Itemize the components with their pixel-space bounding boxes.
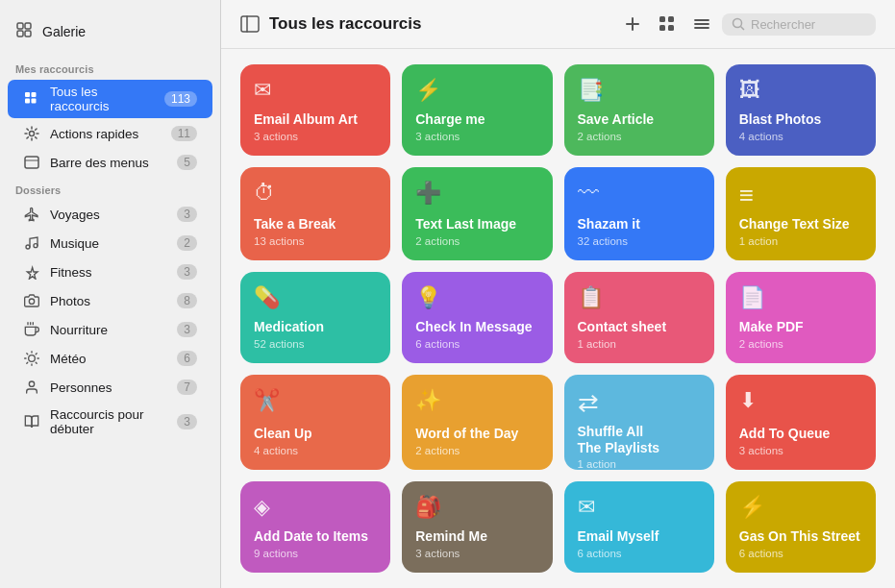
svg-point-8 bbox=[30, 132, 35, 136]
main-content: Tous les raccourcis bbox=[221, 0, 895, 588]
card-icon: 💡 bbox=[415, 285, 538, 310]
shortcut-card[interactable]: ✂️ Clean Up 4 actions bbox=[240, 375, 390, 470]
musique-count: 2 bbox=[177, 235, 197, 251]
shortcut-card[interactable]: 💊 Medication 52 actions bbox=[240, 272, 390, 363]
svg-point-11 bbox=[26, 245, 30, 249]
card-icon: ✉ bbox=[578, 495, 701, 520]
svg-rect-9 bbox=[25, 157, 38, 168]
grid-icon bbox=[23, 90, 40, 108]
card-actions-count: 1 action bbox=[578, 458, 701, 470]
gallery-item[interactable]: Galerie bbox=[0, 15, 220, 48]
card-actions-count: 2 actions bbox=[415, 235, 538, 247]
card-name: Take a Break bbox=[254, 216, 377, 233]
personnes-label: Personnes bbox=[50, 380, 167, 395]
sidebar-item-barre[interactable]: Barre des menus 5 bbox=[8, 149, 212, 176]
personnes-count: 7 bbox=[177, 380, 197, 395]
nourriture-label: Nourriture bbox=[50, 323, 167, 337]
fitness-count: 3 bbox=[177, 264, 197, 280]
card-icon: ✉ bbox=[254, 78, 377, 103]
panel-icon bbox=[240, 15, 260, 33]
add-button[interactable] bbox=[618, 12, 647, 37]
shortcut-card[interactable]: ✉ Email Myself 6 actions bbox=[564, 481, 714, 573]
svg-line-25 bbox=[36, 354, 37, 355]
svg-point-13 bbox=[29, 299, 34, 304]
book-icon bbox=[23, 413, 40, 430]
svg-point-38 bbox=[733, 19, 742, 28]
shortcut-card[interactable]: 💡 Check In Message 6 actions bbox=[402, 272, 552, 363]
card-name: Gas On This Street bbox=[739, 528, 862, 545]
sidebar-item-fitness[interactable]: Fitness 3 bbox=[8, 258, 212, 285]
shortcut-card[interactable]: ✨ Word of the Day 2 actions bbox=[402, 375, 552, 470]
photos-count: 8 bbox=[177, 293, 197, 308]
svg-rect-1 bbox=[25, 23, 31, 29]
card-actions-count: 4 actions bbox=[254, 445, 377, 456]
header-actions bbox=[618, 12, 876, 37]
sidebar-item-nourriture[interactable]: Nourriture 3 bbox=[8, 316, 212, 343]
list-view-button[interactable] bbox=[687, 12, 716, 37]
section-mine: Mes raccourcis bbox=[0, 56, 220, 79]
svg-point-17 bbox=[29, 355, 36, 362]
musique-label: Musique bbox=[50, 236, 167, 251]
card-actions-count: 6 actions bbox=[739, 548, 862, 559]
shortcut-card[interactable]: ⚡ Gas On This Street 6 actions bbox=[726, 481, 876, 573]
card-name: Word of the Day bbox=[415, 426, 538, 442]
card-icon: 〰 bbox=[578, 181, 701, 206]
shortcut-card[interactable]: ➕ Text Last Image 2 actions bbox=[402, 167, 552, 260]
card-name: Contact sheet bbox=[578, 319, 701, 335]
shortcut-card[interactable]: ⏱ Take a Break 13 actions bbox=[240, 167, 390, 260]
section-folders: Dossiers bbox=[0, 177, 220, 200]
card-icon: ⇄ bbox=[578, 388, 701, 418]
card-actions-count: 2 actions bbox=[578, 131, 701, 142]
card-name: Shuffle AllThe Playlists bbox=[578, 424, 701, 456]
shortcut-card[interactable]: ≡ Change Text Size 1 action bbox=[726, 167, 876, 260]
shortcuts-grid: ✉ Email Album Art 3 actions ⚡ Charge me … bbox=[221, 49, 895, 588]
shortcut-card[interactable]: 〰 Shazam it 32 actions bbox=[564, 167, 714, 260]
svg-rect-7 bbox=[32, 99, 37, 104]
shortcut-card[interactable]: 📑 Save Article 2 actions bbox=[564, 64, 714, 156]
shortcut-card[interactable]: ✉ Email Album Art 3 actions bbox=[240, 64, 390, 156]
card-name: Email Album Art bbox=[254, 111, 377, 128]
barre-count: 5 bbox=[177, 155, 197, 170]
actions-count: 11 bbox=[171, 126, 197, 141]
gear-icon bbox=[23, 125, 40, 142]
raccourcis-count: 3 bbox=[177, 414, 197, 429]
svg-rect-2 bbox=[17, 31, 23, 37]
svg-rect-6 bbox=[25, 99, 30, 104]
sidebar-item-voyages[interactable]: Voyages 3 bbox=[8, 201, 212, 228]
shortcut-card[interactable]: ⚡ Charge me 3 actions bbox=[402, 64, 552, 156]
sidebar-item-meteo[interactable]: Météo 6 bbox=[8, 345, 212, 372]
card-icon: ⚡ bbox=[739, 495, 862, 520]
search-icon bbox=[732, 17, 745, 31]
card-actions-count: 32 actions bbox=[578, 235, 701, 247]
sidebar-item-musique[interactable]: Musique 2 bbox=[8, 230, 212, 257]
barre-label: Barre des menus bbox=[50, 156, 167, 170]
sidebar-item-photos[interactable]: Photos 8 bbox=[8, 287, 212, 314]
svg-point-12 bbox=[34, 244, 37, 248]
shortcut-card[interactable]: 🖼 Blast Photos 4 actions bbox=[726, 64, 876, 156]
svg-rect-27 bbox=[241, 16, 259, 32]
shortcut-card[interactable]: ⬇ Add To Queue 3 actions bbox=[726, 375, 876, 470]
sidebar-item-tous[interactable]: Tous les raccourcis 113 bbox=[8, 80, 212, 118]
card-name: Clean Up bbox=[254, 426, 377, 442]
sidebar: Galerie Mes raccourcis Tous les raccourc… bbox=[0, 0, 221, 588]
sidebar-item-personnes[interactable]: Personnes 7 bbox=[8, 374, 212, 401]
card-actions-count: 3 actions bbox=[254, 131, 377, 142]
shortcut-card[interactable]: 🎒 Remind Me 3 actions bbox=[402, 481, 552, 573]
card-actions-count: 6 actions bbox=[578, 548, 701, 559]
shortcut-card[interactable]: 📄 Make PDF 2 actions bbox=[726, 272, 876, 363]
sidebar-item-raccourcis[interactable]: Raccourcis pour débuter 3 bbox=[8, 403, 212, 441]
fitness-icon bbox=[23, 263, 40, 281]
sidebar-item-actions[interactable]: Actions rapides 11 bbox=[8, 120, 212, 147]
svg-rect-31 bbox=[659, 16, 665, 22]
shortcut-card[interactable]: 📋 Contact sheet 1 action bbox=[564, 272, 714, 363]
grid-view-button[interactable] bbox=[653, 12, 682, 37]
sun-icon bbox=[23, 350, 40, 367]
search-input[interactable] bbox=[751, 17, 866, 32]
card-icon: ➕ bbox=[415, 181, 538, 206]
shortcut-card[interactable]: ◈ Add Date to Items 9 actions bbox=[240, 481, 390, 573]
shortcut-card[interactable]: ⇄ Shuffle AllThe Playlists 1 action bbox=[564, 375, 714, 470]
svg-line-21 bbox=[36, 362, 37, 363]
card-icon: 🖼 bbox=[739, 78, 862, 103]
svg-line-39 bbox=[741, 27, 745, 31]
card-name: Remind Me bbox=[415, 528, 538, 545]
